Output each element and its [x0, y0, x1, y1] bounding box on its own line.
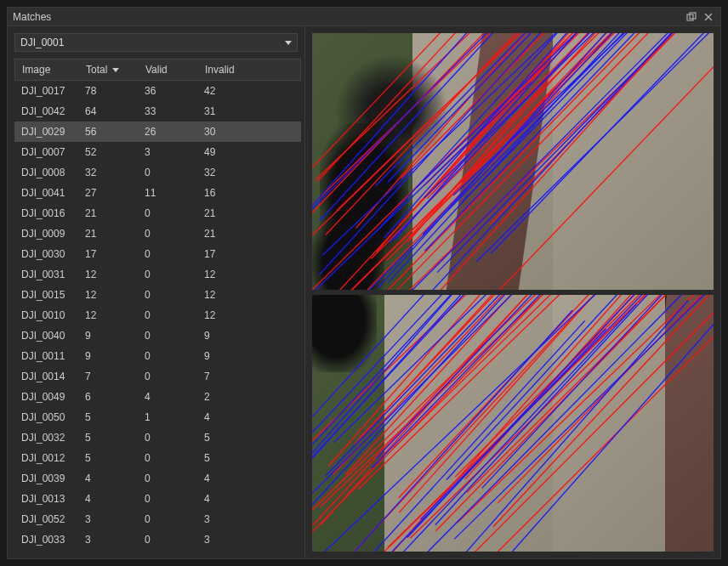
cell-total: 5	[78, 432, 138, 444]
cell-image: DJI_0007	[14, 146, 78, 158]
cell-valid: 0	[138, 371, 197, 382]
cell-total: 5	[78, 411, 138, 423]
cell-image: DJI_0016	[14, 207, 78, 219]
sort-desc-icon	[112, 68, 119, 72]
cell-invalid: 12	[197, 289, 265, 301]
cell-valid: 0	[138, 473, 197, 484]
table-row[interactable]: DJI_000832032	[14, 162, 301, 183]
cell-image: DJI_0009	[14, 228, 78, 240]
cell-image: DJI_0040	[14, 330, 78, 342]
table-row[interactable]: DJI_0014707	[14, 366, 301, 387]
cell-image: DJI_0033	[14, 534, 78, 546]
cell-invalid: 4	[197, 411, 265, 423]
table-row[interactable]: DJI_0041271116	[14, 183, 301, 203]
table-row[interactable]: DJI_0033303	[14, 529, 301, 550]
cell-image: DJI_0039	[14, 473, 78, 484]
table-row[interactable]: DJI_0039404	[14, 468, 301, 489]
table-row[interactable]: DJI_001012012	[14, 305, 301, 325]
cell-total: 32	[78, 167, 138, 178]
table-row[interactable]: DJI_000921021	[14, 224, 301, 244]
cell-image: DJI_0011	[14, 350, 78, 362]
table-row[interactable]: DJI_0013404	[14, 489, 301, 509]
cell-invalid: 3	[197, 513, 265, 525]
cell-image: DJI_0041	[14, 187, 78, 199]
cell-valid: 4	[138, 391, 197, 403]
cell-valid: 3	[138, 146, 197, 158]
table-body[interactable]: DJI_0017783642DJI_0042643331DJI_00295626…	[14, 81, 301, 553]
table-row[interactable]: DJI_000752349	[14, 142, 301, 162]
cell-total: 27	[78, 187, 138, 199]
cell-image: DJI_0049	[14, 391, 78, 403]
cell-total: 5	[78, 452, 138, 464]
cell-invalid: 2	[197, 391, 265, 403]
cell-valid: 0	[138, 330, 197, 342]
cell-total: 12	[78, 289, 138, 301]
cell-valid: 36	[138, 85, 197, 97]
cell-valid: 26	[138, 126, 197, 138]
cell-total: 3	[78, 513, 138, 525]
cell-image: DJI_0050	[14, 411, 78, 423]
cell-invalid: 17	[197, 248, 265, 260]
cell-invalid: 9	[197, 330, 265, 342]
cell-invalid: 21	[197, 228, 265, 240]
cell-invalid: 16	[197, 187, 265, 199]
col-header-image[interactable]: Image	[15, 64, 79, 76]
cell-image: DJI_0030	[14, 248, 78, 260]
cell-valid: 0	[138, 167, 197, 178]
chevron-down-icon	[285, 41, 292, 45]
cell-valid: 11	[138, 187, 197, 199]
table-row[interactable]: DJI_0042643331	[14, 101, 301, 122]
cell-image: DJI_0012	[14, 452, 78, 464]
cell-invalid: 31	[197, 105, 265, 117]
cell-invalid: 12	[197, 309, 265, 321]
cell-total: 78	[78, 85, 138, 97]
cell-valid: 0	[138, 248, 197, 260]
dock-icon[interactable]	[685, 10, 698, 24]
cell-valid: 0	[138, 432, 197, 444]
table-row[interactable]: DJI_0032505	[14, 427, 301, 448]
match-image-bottom[interactable]	[312, 295, 714, 552]
table-row[interactable]: DJI_0049642	[14, 387, 301, 407]
cell-valid: 0	[138, 207, 197, 219]
close-icon[interactable]	[702, 10, 715, 24]
left-pane: DJI_0001 Image Total Valid Invalid DJI_0…	[8, 26, 305, 558]
table-row[interactable]: DJI_003017017	[14, 244, 301, 264]
col-header-invalid[interactable]: Invalid	[198, 64, 266, 76]
table-row[interactable]: DJI_0011909	[14, 346, 301, 366]
matches-panel: Matches DJI_0001 Image Total Valid Inval…	[7, 7, 721, 559]
cell-invalid: 5	[197, 432, 265, 444]
cell-total: 7	[78, 371, 138, 382]
cell-total: 4	[78, 473, 138, 484]
cell-image: DJI_0017	[14, 85, 78, 97]
cell-total: 3	[78, 534, 138, 546]
table-row[interactable]: DJI_0052303	[14, 509, 301, 529]
cell-invalid: 42	[197, 85, 265, 97]
table-row[interactable]: DJI_0050514	[14, 407, 301, 427]
match-image-top[interactable]	[312, 33, 714, 290]
cell-image: DJI_0031	[14, 269, 78, 280]
table-row[interactable]: DJI_003112012	[14, 264, 301, 285]
cell-valid: 0	[138, 269, 197, 280]
table-header-row: Image Total Valid Invalid	[14, 59, 301, 81]
cell-total: 9	[78, 350, 138, 362]
cell-total: 64	[78, 105, 138, 117]
image-select-dropdown[interactable]: DJI_0001	[14, 33, 298, 52]
cell-total: 9	[78, 330, 138, 342]
table-row[interactable]: DJI_0012505	[14, 448, 301, 468]
cell-total: 12	[78, 269, 138, 280]
col-header-valid[interactable]: Valid	[139, 64, 198, 76]
table-row[interactable]: DJI_0040909	[14, 325, 301, 346]
table-row[interactable]: DJI_0029562630	[14, 122, 301, 142]
cell-total: 21	[78, 228, 138, 240]
table-row[interactable]: DJI_001512012	[14, 285, 301, 305]
cell-total: 17	[78, 248, 138, 260]
cell-invalid: 5	[197, 452, 265, 464]
table-row[interactable]: DJI_0017783642	[14, 81, 301, 101]
col-header-total[interactable]: Total	[79, 64, 139, 76]
cell-invalid: 4	[197, 473, 265, 484]
panel-title: Matches	[13, 11, 681, 23]
right-pane	[305, 26, 720, 558]
matches-table: Image Total Valid Invalid DJI_0017783642…	[14, 59, 301, 558]
dropdown-selected-label: DJI_0001	[20, 37, 285, 48]
table-row[interactable]: DJI_001621021	[14, 203, 301, 224]
